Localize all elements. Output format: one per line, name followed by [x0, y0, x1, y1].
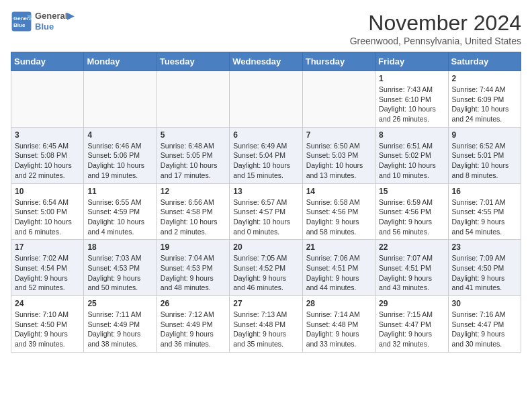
day-info: Sunrise: 7:43 AMSunset: 6:10 PMDaylight:…: [379, 85, 444, 124]
day-info: Sunrise: 6:55 AMSunset: 4:59 PMDaylight:…: [87, 197, 152, 237]
day-number: 8: [379, 130, 444, 140]
calendar-cell: 29Sunrise: 7:15 AMSunset: 4:47 PMDayligh…: [375, 296, 448, 353]
calendar-cell: 3Sunrise: 6:45 AMSunset: 5:08 PMDaylight…: [11, 127, 84, 183]
day-info: Sunrise: 7:04 AMSunset: 4:53 PMDaylight:…: [161, 253, 226, 293]
day-info: Sunrise: 7:44 AMSunset: 6:09 PMDaylight:…: [452, 85, 517, 124]
calendar-cell: 6Sunrise: 6:49 AMSunset: 5:04 PMDaylight…: [230, 127, 302, 183]
title-section: November 2024 Greenwood, Pennsylvania, U…: [350, 11, 521, 46]
day-info: Sunrise: 7:11 AMSunset: 4:49 PMDaylight:…: [87, 310, 152, 349]
calendar-cell: 4Sunrise: 6:46 AMSunset: 5:06 PMDaylight…: [84, 127, 157, 183]
header-wednesday: Wednesday: [230, 52, 302, 71]
day-info: Sunrise: 6:57 AMSunset: 4:57 PMDaylight:…: [233, 197, 298, 237]
calendar-cell: 13Sunrise: 6:57 AMSunset: 4:57 PMDayligh…: [230, 183, 302, 240]
calendar-cell: 1Sunrise: 7:43 AMSunset: 6:10 PMDaylight…: [375, 71, 448, 128]
calendar-cell: [157, 71, 229, 128]
header-tuesday: Tuesday: [157, 52, 229, 71]
day-number: 29: [379, 299, 444, 308]
header-sunday: Sunday: [11, 52, 84, 71]
day-number: 15: [379, 187, 444, 196]
day-number: 16: [452, 187, 517, 196]
calendar-cell: 22Sunrise: 7:07 AMSunset: 4:51 PMDayligh…: [375, 240, 448, 296]
day-number: 18: [87, 242, 152, 252]
day-info: Sunrise: 7:06 AMSunset: 4:51 PMDaylight:…: [306, 253, 371, 293]
day-number: 7: [306, 130, 371, 140]
day-info: Sunrise: 6:56 AMSunset: 4:58 PMDaylight:…: [161, 197, 226, 237]
header-saturday: Saturday: [448, 52, 521, 71]
day-info: Sunrise: 6:51 AMSunset: 5:02 PMDaylight:…: [379, 141, 444, 181]
header-row: Sunday Monday Tuesday Wednesday Thursday…: [11, 52, 521, 71]
day-number: 9: [452, 130, 517, 140]
day-info: Sunrise: 6:59 AMSunset: 4:56 PMDaylight:…: [379, 197, 444, 237]
calendar-cell: 23Sunrise: 7:09 AMSunset: 4:50 PMDayligh…: [448, 240, 521, 296]
page-header: General Blue General▶ Blue November 2024…: [11, 11, 521, 46]
calendar-cell: 25Sunrise: 7:11 AMSunset: 4:49 PMDayligh…: [84, 296, 157, 353]
location: Greenwood, Pennsylvania, United States: [350, 36, 521, 46]
day-number: 2: [452, 74, 517, 83]
day-info: Sunrise: 7:05 AMSunset: 4:52 PMDaylight:…: [233, 253, 298, 293]
day-number: 28: [306, 299, 371, 308]
calendar-cell: 30Sunrise: 7:16 AMSunset: 4:47 PMDayligh…: [448, 296, 521, 353]
logo-text: General▶ Blue: [35, 11, 74, 32]
day-info: Sunrise: 7:01 AMSunset: 4:55 PMDaylight:…: [452, 197, 517, 237]
day-info: Sunrise: 7:14 AMSunset: 4:48 PMDaylight:…: [306, 310, 371, 349]
calendar-cell: 11Sunrise: 6:55 AMSunset: 4:59 PMDayligh…: [84, 183, 157, 240]
calendar-cell: 27Sunrise: 7:13 AMSunset: 4:48 PMDayligh…: [230, 296, 302, 353]
calendar-cell: [11, 71, 84, 128]
calendar-cell: [230, 71, 302, 128]
day-info: Sunrise: 6:52 AMSunset: 5:01 PMDaylight:…: [452, 141, 517, 181]
calendar-cell: 18Sunrise: 7:03 AMSunset: 4:53 PMDayligh…: [84, 240, 157, 296]
day-info: Sunrise: 7:03 AMSunset: 4:53 PMDaylight:…: [87, 253, 152, 293]
logo-icon: General Blue: [11, 11, 32, 32]
day-number: 22: [379, 242, 444, 252]
day-info: Sunrise: 6:46 AMSunset: 5:06 PMDaylight:…: [87, 141, 152, 181]
calendar-cell: 26Sunrise: 7:12 AMSunset: 4:49 PMDayligh…: [157, 296, 229, 353]
day-number: 30: [452, 299, 517, 308]
day-number: 13: [233, 187, 298, 196]
calendar-cell: 10Sunrise: 6:54 AMSunset: 5:00 PMDayligh…: [11, 183, 84, 240]
day-info: Sunrise: 7:16 AMSunset: 4:47 PMDaylight:…: [452, 310, 517, 349]
calendar-cell: 17Sunrise: 7:02 AMSunset: 4:54 PMDayligh…: [11, 240, 84, 296]
day-info: Sunrise: 6:45 AMSunset: 5:08 PMDaylight:…: [15, 141, 80, 181]
calendar-cell: 28Sunrise: 7:14 AMSunset: 4:48 PMDayligh…: [302, 296, 375, 353]
day-number: 24: [15, 299, 80, 308]
day-info: Sunrise: 7:10 AMSunset: 4:50 PMDaylight:…: [15, 310, 80, 349]
calendar-cell: 21Sunrise: 7:06 AMSunset: 4:51 PMDayligh…: [302, 240, 375, 296]
day-number: 17: [15, 242, 80, 252]
day-number: 26: [161, 299, 226, 308]
calendar-cell: 14Sunrise: 6:58 AMSunset: 4:56 PMDayligh…: [302, 183, 375, 240]
day-info: Sunrise: 6:50 AMSunset: 5:03 PMDaylight:…: [306, 141, 371, 181]
day-number: 1: [379, 74, 444, 83]
calendar-cell: [302, 71, 375, 128]
day-info: Sunrise: 6:54 AMSunset: 5:00 PMDaylight:…: [15, 197, 80, 237]
day-number: 25: [87, 299, 152, 308]
day-number: 3: [15, 130, 80, 140]
calendar-week-1: 1Sunrise: 7:43 AMSunset: 6:10 PMDaylight…: [11, 71, 521, 128]
header-friday: Friday: [375, 52, 448, 71]
day-number: 20: [233, 242, 298, 252]
day-info: Sunrise: 7:12 AMSunset: 4:49 PMDaylight:…: [161, 310, 226, 349]
day-number: 12: [161, 187, 226, 196]
calendar-week-5: 24Sunrise: 7:10 AMSunset: 4:50 PMDayligh…: [11, 296, 521, 353]
day-number: 19: [161, 242, 226, 252]
calendar-week-2: 3Sunrise: 6:45 AMSunset: 5:08 PMDaylight…: [11, 127, 521, 183]
day-info: Sunrise: 6:48 AMSunset: 5:05 PMDaylight:…: [161, 141, 226, 181]
calendar-cell: 16Sunrise: 7:01 AMSunset: 4:55 PMDayligh…: [448, 183, 521, 240]
day-number: 21: [306, 242, 371, 252]
header-thursday: Thursday: [302, 52, 375, 71]
svg-text:Blue: Blue: [13, 22, 26, 28]
calendar-cell: [84, 71, 157, 128]
day-number: 10: [15, 187, 80, 196]
day-info: Sunrise: 7:13 AMSunset: 4:48 PMDaylight:…: [233, 310, 298, 349]
calendar-cell: 2Sunrise: 7:44 AMSunset: 6:09 PMDaylight…: [448, 71, 521, 128]
calendar-week-4: 17Sunrise: 7:02 AMSunset: 4:54 PMDayligh…: [11, 240, 521, 296]
calendar-cell: 20Sunrise: 7:05 AMSunset: 4:52 PMDayligh…: [230, 240, 302, 296]
calendar-table: Sunday Monday Tuesday Wednesday Thursday…: [11, 52, 521, 353]
logo: General Blue General▶ Blue: [11, 11, 74, 32]
header-monday: Monday: [84, 52, 157, 71]
day-number: 5: [161, 130, 226, 140]
day-number: 4: [87, 130, 152, 140]
calendar-cell: 5Sunrise: 6:48 AMSunset: 5:05 PMDaylight…: [157, 127, 229, 183]
day-number: 23: [452, 242, 517, 252]
calendar-week-3: 10Sunrise: 6:54 AMSunset: 5:00 PMDayligh…: [11, 183, 521, 240]
calendar-cell: 7Sunrise: 6:50 AMSunset: 5:03 PMDaylight…: [302, 127, 375, 183]
